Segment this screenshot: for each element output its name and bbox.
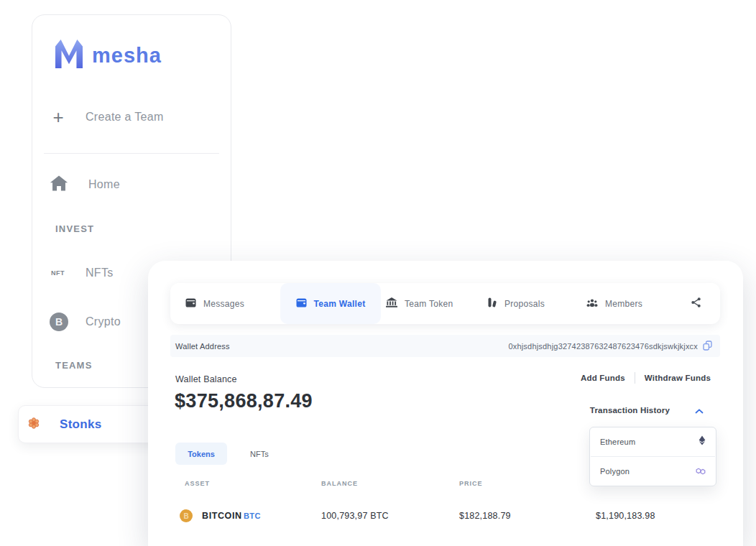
team-name-label: Stonks	[60, 417, 101, 432]
wallet-balance-label: Wallet Balance	[175, 374, 237, 384]
tab-team-token[interactable]: Team Token	[386, 283, 453, 324]
sidebar-item-crypto-label: Crypto	[86, 315, 121, 328]
share-icon	[691, 297, 701, 310]
funds-divider	[635, 372, 635, 384]
ethereum-icon	[699, 435, 706, 448]
tab-team-token-label: Team Token	[405, 299, 453, 309]
bitcoin-coin-icon: B	[50, 313, 68, 331]
funds-actions: Add Funds Withdraw Funds	[581, 372, 711, 384]
messages-icon	[185, 297, 196, 310]
tab-nfts[interactable]: NFTs	[250, 450, 269, 458]
asset-tabs: Tokens NFTs	[175, 443, 269, 465]
chevron-up-icon	[695, 404, 704, 417]
wallet-address-label: Wallet Address	[175, 342, 230, 351]
column-header-asset: ASSET	[185, 480, 210, 487]
transaction-history-button[interactable]: Transaction History	[590, 404, 704, 417]
sidebar-item-home[interactable]: Home	[50, 175, 120, 195]
nft-icon: NFT	[51, 269, 70, 277]
sidebar-item-nfts-label: NFTs	[86, 267, 114, 279]
tab-members-label: Members	[605, 299, 642, 309]
asset-symbol: BTC	[244, 512, 261, 520]
mesha-logo-text: mesha	[92, 44, 162, 68]
wallet-address-row: Wallet Address 0xhjsdhjsdhjg327423876324…	[170, 335, 720, 357]
wallet-balance-value: $375,868,87.49	[175, 390, 313, 412]
tab-messages[interactable]: Messages	[185, 283, 244, 324]
sidebar-section-teams: TEAMS	[55, 360, 93, 371]
ethereum-label: Ethereum	[600, 438, 635, 446]
wallet-icon	[296, 297, 307, 310]
bitcoin-icon: B	[180, 509, 193, 522]
tab-team-wallet[interactable]: Team Wallet	[280, 283, 381, 324]
proposals-icon	[487, 297, 497, 310]
asset-value: $1,190,183.98	[596, 511, 655, 521]
sidebar-item-crypto[interactable]: B Crypto	[50, 313, 121, 331]
network-menu: Ethereum Polygon	[589, 427, 716, 486]
panel-tabbar: Messages Team Wallet	[170, 283, 720, 324]
team-wallet-panel: Messages Team Wallet	[148, 261, 743, 546]
plus-icon: +	[51, 110, 65, 124]
withdraw-funds-button[interactable]: Withdraw Funds	[645, 374, 711, 382]
asset-balance: 100,793,97 BTC	[321, 511, 389, 521]
create-team-button[interactable]: + Create a Team	[51, 110, 164, 124]
polygon-icon	[696, 465, 706, 478]
table-row[interactable]: B BITCOIN BTC 100,793,97 BTC $182,188.79…	[148, 504, 743, 528]
copy-address-button[interactable]	[703, 341, 713, 351]
menu-item-polygon[interactable]: Polygon	[590, 457, 716, 486]
sidebar-item-home-label: Home	[88, 178, 120, 191]
menu-item-ethereum[interactable]: Ethereum	[590, 427, 716, 456]
sidebar-section-invest: INVEST	[55, 223, 94, 234]
bank-icon	[386, 297, 397, 310]
sidebar-divider	[44, 153, 219, 154]
members-icon	[586, 297, 598, 310]
column-header-price: PRICE	[459, 480, 483, 487]
mesha-logo-icon	[55, 40, 83, 71]
tab-tokens[interactable]: Tokens	[175, 443, 227, 465]
tab-team-wallet-label: Team Wallet	[314, 299, 366, 309]
column-header-balance: BALANCE	[321, 480, 358, 487]
asset-price: $182,188.79	[459, 511, 511, 521]
tab-proposals[interactable]: Proposals	[487, 283, 545, 324]
create-team-label: Create a Team	[86, 111, 164, 124]
team-card-stonks[interactable]: Stonks	[18, 405, 160, 443]
wallet-address-value: 0xhjsdhjsdhjg32742387632487623476sdkjswk…	[508, 342, 698, 351]
tab-members[interactable]: Members	[586, 283, 642, 324]
tab-messages-label: Messages	[203, 299, 244, 309]
share-button[interactable]	[691, 283, 701, 324]
add-funds-button[interactable]: Add Funds	[581, 374, 625, 382]
mesha-logo[interactable]: mesha	[55, 40, 162, 71]
polygon-label: Polygon	[600, 467, 630, 476]
app-canvas: mesha + Create a Team Home INVEST NFT NF…	[0, 0, 756, 546]
transaction-history-label: Transaction History	[590, 406, 670, 415]
asset-name: BITCOIN	[202, 511, 242, 521]
tab-proposals-label: Proposals	[504, 299, 545, 309]
team-avatar-flower-icon	[27, 417, 40, 432]
sidebar-item-nfts[interactable]: NFT NFTs	[51, 267, 114, 279]
home-icon	[50, 175, 68, 195]
